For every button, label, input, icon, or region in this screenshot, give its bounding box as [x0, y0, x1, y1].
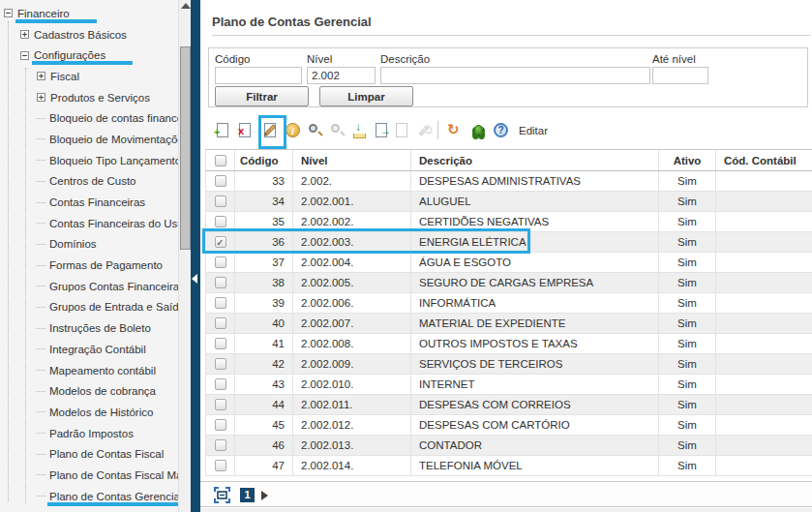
row-checkbox[interactable] — [215, 460, 226, 471]
column-header-nivel[interactable]: Nível — [293, 150, 411, 170]
cell-codigo: 47 — [235, 456, 293, 475]
table-row[interactable]: 392.002.006.INFORMÁTICASim — [205, 293, 812, 314]
row-checkbox[interactable] — [215, 216, 226, 227]
sidebar-item-integra-o-cont-bil[interactable]: Integração Contábil — [0, 339, 178, 360]
collapse-node-icon[interactable]: − — [4, 9, 13, 17]
refresh-icon[interactable]: ↻ — [447, 122, 465, 139]
column-header-codigo[interactable]: Código — [235, 150, 293, 170]
filtrar-button[interactable]: Filtrar — [215, 86, 309, 106]
ate-nivel-input[interactable] — [652, 67, 708, 84]
row-checkbox[interactable] — [215, 317, 226, 329]
add-record-icon[interactable]: + — [215, 122, 232, 139]
expand-node-icon[interactable]: + — [37, 72, 45, 80]
table-row[interactable]: 412.002.008.OUTROS IMPOSTOS E TAXASSim — [205, 334, 812, 354]
table-row[interactable]: 442.002.011.DESPESAS COM CORREIOSSim — [205, 395, 812, 415]
column-header-cod-contabil[interactable]: Cód. Contábil — [716, 150, 812, 170]
row-checkbox[interactable] — [215, 297, 226, 309]
page-number-button[interactable]: 1 — [240, 488, 255, 502]
table-row[interactable]: 432.002.010.INTERNETSim — [205, 375, 812, 395]
collapse-node-icon[interactable]: − — [20, 51, 29, 60]
codigo-input[interactable] — [215, 67, 302, 84]
table-row[interactable]: 422.002.009.SERVIÇOS DE TERCEIROSSim — [205, 354, 812, 375]
sidebar-item-grupos-de-entrada-e-sa-da[interactable]: Grupos de Entrada e Saída — [0, 297, 178, 318]
next-page-icon[interactable] — [261, 491, 268, 500]
debug-icon[interactable] — [470, 122, 488, 139]
sidebar-item-mapeamento-cont-bil[interactable]: Mapeamento contábil — [0, 360, 178, 381]
row-checkbox[interactable] — [215, 338, 226, 349]
cell-descricao: TELEFONIA MÓVEL — [411, 456, 659, 475]
limpar-button[interactable]: Limpar — [319, 86, 413, 106]
row-checkbox[interactable] — [215, 439, 226, 451]
descricao-input[interactable] — [380, 67, 650, 84]
edit-record-icon[interactable] — [262, 122, 280, 139]
row-checkbox[interactable]: ✓ — [215, 236, 226, 248]
row-checkbox[interactable] — [215, 196, 226, 207]
show-all-pages-icon[interactable] — [214, 487, 230, 503]
row-checkbox[interactable] — [215, 358, 226, 370]
column-header-descricao[interactable]: Descrição — [411, 150, 659, 170]
sidebar-scrollbar[interactable] — [178, 0, 191, 512]
nivel-input[interactable] — [307, 67, 376, 84]
row-checkbox[interactable] — [215, 175, 226, 187]
export-icon[interactable]: → — [374, 122, 391, 139]
sidebar-item-fiscal[interactable]: +Fiscal — [0, 66, 178, 87]
sidebar-item-formas-de-pagamento[interactable]: Formas de Pagamento — [0, 255, 178, 276]
sidebar-item-modelos-de-cobran-a[interactable]: Modelos de cobrança — [0, 380, 178, 402]
table-row[interactable]: 332.002.DESPESAS ADMINISTRATIVASSim — [205, 171, 812, 192]
cell-nivel: 2.002.009. — [293, 354, 411, 374]
info-icon[interactable]: i — [285, 122, 302, 139]
sidebar-item-plano-de-contas-fiscal-ma[interactable]: Plano de Contas Fiscal Ma — [0, 465, 178, 486]
row-checkbox[interactable] — [215, 378, 226, 390]
sidebar-item-produtos-e-servi-os[interactable]: +Produtos e Serviços — [0, 87, 178, 108]
sidebar-item-label: Plano de Contas Fiscal — [49, 448, 164, 460]
cell-codigo: 39 — [235, 293, 293, 313]
import-icon[interactable]: ↓ — [351, 122, 369, 139]
cell-descricao: DESPESAS ADMINISTRATIVAS — [411, 171, 659, 191]
sidebar-item-financeiro[interactable]: −Financeiro — [0, 3, 178, 24]
table-row[interactable]: 472.002.014.TELEFONIA MÓVELSim — [205, 456, 812, 476]
cell-ativo: Sim — [659, 395, 716, 414]
table-row[interactable]: ✓362.002.003.ENERGIA ELÉTRICASim — [205, 232, 812, 253]
sidebar-item-instru-es-de-boleto[interactable]: Instruções de Boleto — [0, 317, 178, 339]
sidebar-item-dom-nios[interactable]: Domínios — [0, 234, 178, 256]
sidebar-item-contas-financeiras[interactable]: Contas Financeiras — [0, 192, 178, 213]
select-all-checkbox[interactable] — [215, 155, 226, 166]
sidebar-item-label: Instruções de Boleto — [49, 322, 151, 334]
row-checkbox[interactable] — [215, 399, 226, 410]
delete-record-icon[interactable]: x — [237, 122, 255, 139]
sidebar-item-label: Plano de Contas Gerencial — [49, 491, 178, 502]
sidebar-item-bloqueio-tipo-lan-amento[interactable]: Bloqueio Tipo Lançamento — [0, 150, 178, 171]
cell-codigo: 40 — [235, 314, 293, 333]
sidebar-item-centros-de-custo[interactable]: Centros de Custo — [0, 171, 178, 193]
table-row[interactable]: 372.002.004.ÁGUA E ESGOTOSim — [205, 253, 812, 273]
panel-splitter[interactable] — [191, 0, 200, 512]
sidebar-item-plano-de-contas-gerencial[interactable]: Plano de Contas Gerencial — [0, 486, 178, 507]
zoom-in-icon[interactable] — [307, 122, 324, 139]
sidebar-item-configura-es[interactable]: −Configurações — [0, 45, 178, 66]
sidebar-item-padr-o-impostos[interactable]: Padrão Impostos — [0, 423, 178, 444]
sidebar-item-cadastros-b-sicos[interactable]: +Cadastros Básicos — [0, 24, 178, 45]
table-row[interactable]: 352.002.002.CERTIDÕES NEGATIVASSim — [205, 212, 812, 232]
column-header-ativo[interactable]: Ativo — [659, 150, 716, 170]
sidebar-item-bloqueio-de-movimenta-e[interactable]: Bloqueio de Movimentaçõe — [0, 129, 178, 150]
cell-ativo: Sim — [659, 354, 716, 374]
row-checkbox[interactable] — [215, 277, 226, 288]
collapse-panel-icon[interactable] — [192, 274, 197, 284]
sidebar-item-contas-financeiras-do-usu[interactable]: Contas Financeiras do Usu — [0, 213, 178, 234]
help-icon[interactable]: ? — [493, 122, 510, 139]
sidebar-item-modelos-de-hist-rico[interactable]: Modelos de Histórico — [0, 402, 178, 423]
sidebar-item-bloqueio-de-contas-finance[interactable]: Bloqueio de contas finance — [0, 107, 178, 129]
table-row[interactable]: 382.002.005.SEGURO DE CARGAS EMPRESASim — [205, 273, 812, 293]
table-row[interactable]: 402.002.007.MATERIAL DE EXPEDIENTESim — [205, 314, 812, 334]
expand-node-icon[interactable]: + — [37, 93, 45, 102]
table-row[interactable]: 462.002.013.CONTADORSim — [205, 436, 812, 456]
row-checkbox[interactable] — [215, 419, 226, 431]
sidebar-item-plano-de-contas-fiscal[interactable]: Plano de Contas Fiscal — [0, 443, 178, 465]
scroll-up-icon[interactable] — [181, 3, 191, 9]
table-row[interactable]: 452.002.012.DESPESAS COM CARTÓRIOSim — [205, 415, 812, 436]
row-checkbox[interactable] — [215, 256, 226, 268]
table-row[interactable]: 342.002.001.ALUGUELSim — [205, 192, 812, 212]
sidebar-item-grupos-contas-financeira[interactable]: Grupos Contas Financeira — [0, 276, 178, 297]
expand-node-icon[interactable]: + — [20, 30, 29, 39]
scrollbar-thumb[interactable] — [180, 46, 191, 250]
